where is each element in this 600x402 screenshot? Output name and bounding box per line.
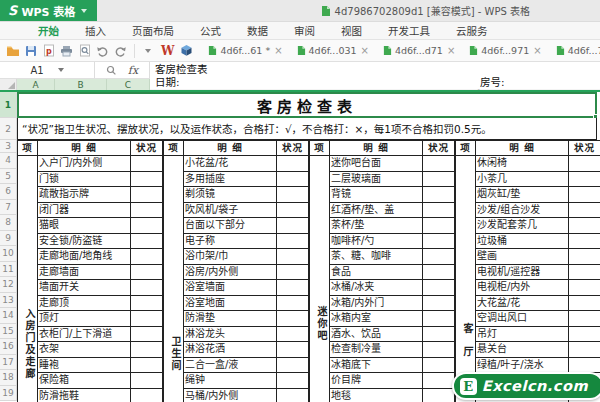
detail-cell[interactable]: 猫眼 xyxy=(38,218,131,234)
row-header-9[interactable]: 9 xyxy=(0,231,17,247)
detail-cell[interactable]: 电视机/遥控器 xyxy=(476,264,569,280)
status-cell[interactable] xyxy=(277,233,309,249)
detail-cell[interactable]: 走廊地面/地角线 xyxy=(38,249,131,265)
status-cell[interactable] xyxy=(131,264,163,280)
detail-cell[interactable]: 冰箱底下 xyxy=(330,357,423,373)
status-cell[interactable] xyxy=(277,249,309,265)
status-cell[interactable] xyxy=(131,233,163,249)
detail-cell[interactable]: 防滑垫 xyxy=(184,311,277,327)
menu-tab-5[interactable]: 审阅 xyxy=(294,23,315,38)
document-tab[interactable]: 4d6f...61 *× xyxy=(202,43,288,58)
detail-cell[interactable]: 走廊墙面 xyxy=(38,264,131,280)
status-cell[interactable] xyxy=(277,218,309,234)
status-cell[interactable] xyxy=(131,156,163,172)
row-header-8[interactable]: 8 xyxy=(0,215,17,231)
status-cell[interactable] xyxy=(131,295,163,311)
detail-cell[interactable]: 壁画 xyxy=(476,249,569,265)
detail-cell[interactable]: 冰箱内室 xyxy=(330,311,423,327)
detail-cell[interactable]: 睡袍 xyxy=(38,357,131,373)
status-cell[interactable] xyxy=(423,171,455,187)
detail-cell[interactable]: 红酒杯/垫、盖 xyxy=(330,202,423,218)
row-header-14[interactable]: 14 xyxy=(0,308,17,324)
detail-cell[interactable]: 衣架 xyxy=(38,342,131,358)
detail-cell[interactable]: 浴巾架/巾 xyxy=(184,249,277,265)
status-cell[interactable] xyxy=(131,218,163,234)
menu-tab-8[interactable]: 云服务 xyxy=(456,23,488,38)
detail-cell[interactable]: 小花盆/花 xyxy=(184,156,277,172)
status-cell[interactable] xyxy=(277,187,309,203)
search-icon[interactable] xyxy=(106,65,117,76)
menu-tab-7[interactable]: 开发工具 xyxy=(388,23,430,38)
save-icon[interactable] xyxy=(22,43,39,59)
close-icon[interactable]: × xyxy=(533,45,541,56)
row-header-10[interactable]: 10 xyxy=(0,246,17,262)
detail-cell[interactable]: 浴房/内外侧 xyxy=(184,264,277,280)
document-tab[interactable]: 4d6f...71 *× xyxy=(550,43,600,58)
status-cell[interactable] xyxy=(569,171,600,187)
header-status-cell[interactable]: 状况 xyxy=(131,141,163,156)
status-cell[interactable] xyxy=(277,280,309,296)
detail-cell[interactable]: 闭门器 xyxy=(38,202,131,218)
status-cell[interactable] xyxy=(131,202,163,218)
status-cell[interactable] xyxy=(277,388,309,402)
detail-cell[interactable]: 咖啡杯/勺 xyxy=(330,233,423,249)
document-tab[interactable]: 4d6f...971× xyxy=(463,43,547,58)
detail-cell[interactable]: 马桶/内外侧 xyxy=(184,388,277,402)
detail-cell[interactable]: 二层玻璃面 xyxy=(330,171,423,187)
detail-cell[interactable]: 沙发/组合沙发 xyxy=(476,202,569,218)
header-detail-cell[interactable]: 明 细 xyxy=(38,141,131,156)
toolbar-more-dropdown-icon[interactable] xyxy=(145,49,151,53)
status-cell[interactable] xyxy=(277,357,309,373)
detail-cell[interactable]: 酒水、饮品 xyxy=(330,326,423,342)
status-cell[interactable] xyxy=(131,249,163,265)
header-status-cell[interactable]: 状况 xyxy=(423,141,455,156)
status-cell[interactable] xyxy=(569,357,600,373)
menu-tab-3[interactable]: 公式 xyxy=(200,23,221,38)
instruction-cell[interactable]: “状况”指卫生状况、摆放状况，以及运作状态，合格打：√，不合格打：×，每1项不合… xyxy=(17,118,597,140)
status-cell[interactable] xyxy=(569,249,600,265)
status-cell[interactable] xyxy=(131,280,163,296)
detail-cell[interactable]: 二合一盒/液 xyxy=(184,357,277,373)
detail-cell[interactable]: 冰桶/冰夹 xyxy=(330,280,423,296)
detail-cell[interactable]: 门锁 xyxy=(38,171,131,187)
formula-input[interactable]: 客房检查表 日期: 房号: xyxy=(150,62,600,89)
detail-cell[interactable]: 顶灯 xyxy=(38,311,131,327)
detail-cell[interactable]: 台面以下部分 xyxy=(184,218,277,234)
detail-cell[interactable]: 价目牌 xyxy=(330,373,423,389)
status-cell[interactable] xyxy=(423,311,455,327)
status-cell[interactable] xyxy=(277,295,309,311)
document-tab[interactable]: 4d6f...d71× xyxy=(377,43,461,58)
status-cell[interactable] xyxy=(569,264,600,280)
status-cell[interactable] xyxy=(569,202,600,218)
status-cell[interactable] xyxy=(569,280,600,296)
row-header-4[interactable]: 4 xyxy=(0,153,17,169)
detail-cell[interactable]: 防滑拖鞋 xyxy=(38,388,131,402)
cube-icon[interactable] xyxy=(178,43,195,59)
status-cell[interactable] xyxy=(131,357,163,373)
status-cell[interactable] xyxy=(423,264,455,280)
header-detail-cell[interactable]: 明 细 xyxy=(330,141,423,156)
detail-cell[interactable]: 淋浴花洒 xyxy=(184,342,277,358)
status-cell[interactable] xyxy=(131,373,163,389)
row-header-2[interactable]: 2 xyxy=(0,118,17,140)
insert-function-icon[interactable]: fx xyxy=(128,64,138,77)
header-status-cell[interactable]: 状况 xyxy=(569,141,600,156)
status-cell[interactable] xyxy=(277,373,309,389)
detail-cell[interactable]: 休闲椅 xyxy=(476,156,569,172)
status-cell[interactable] xyxy=(569,311,600,327)
detail-cell[interactable]: 衣柜门/上下滑道 xyxy=(38,326,131,342)
status-cell[interactable] xyxy=(277,311,309,327)
row-header-19[interactable]: 19 xyxy=(0,386,17,402)
column-header-b[interactable]: B xyxy=(55,79,107,90)
status-cell[interactable] xyxy=(569,326,600,342)
status-cell[interactable] xyxy=(131,311,163,327)
row-header-13[interactable]: 13 xyxy=(0,293,17,309)
detail-cell[interactable]: 迷你吧台面 xyxy=(330,156,423,172)
status-cell[interactable] xyxy=(423,233,455,249)
row-header-7[interactable]: 7 xyxy=(0,200,17,216)
status-cell[interactable] xyxy=(277,342,309,358)
document-tab[interactable]: 4d6f...031× xyxy=(291,43,375,58)
detail-cell[interactable]: 悬关台 xyxy=(476,342,569,358)
status-cell[interactable] xyxy=(131,326,163,342)
header-detail-cell[interactable]: 明 细 xyxy=(476,141,569,156)
